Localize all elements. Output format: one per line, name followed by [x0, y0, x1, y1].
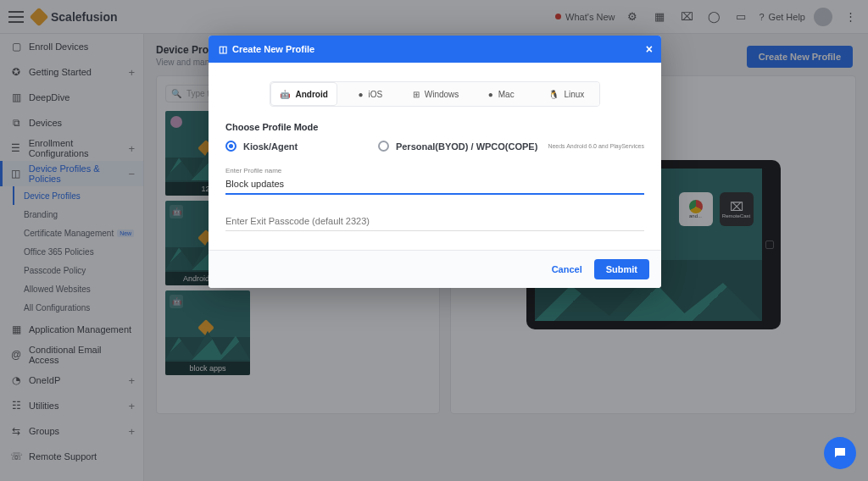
- windows-icon: ⊞: [413, 90, 420, 99]
- mode-option-kiosk[interactable]: Kiosk/Agent: [225, 141, 298, 152]
- mode-section-title: Choose Profile Mode: [225, 122, 644, 132]
- os-tab-label: Linux: [564, 90, 584, 99]
- linux-icon: 🐧: [548, 90, 559, 99]
- exit-passcode-input[interactable]: [225, 213, 644, 231]
- os-tab-linux[interactable]: 🐧Linux: [534, 82, 599, 106]
- os-tab-ios[interactable]: ●iOS: [337, 82, 403, 106]
- chat-bubble-icon: [832, 445, 848, 461]
- profile-name-input[interactable]: [225, 176, 644, 195]
- modal-close-button[interactable]: ×: [646, 42, 653, 56]
- cancel-button[interactable]: Cancel: [552, 264, 582, 274]
- submit-button[interactable]: Submit: [594, 259, 649, 279]
- profile-header-icon: ◫: [219, 44, 227, 55]
- mode-kiosk-label: Kiosk/Agent: [243, 141, 298, 152]
- mode-byod-note: Needs Android 6.0 and PlayServices: [548, 143, 644, 149]
- modal-body: 🤖Android●iOS⊞Windows●Mac🐧Linux Choose Pr…: [209, 63, 661, 250]
- mac-icon: ●: [488, 90, 493, 99]
- modal-title: Create New Profile: [232, 44, 314, 54]
- profile-mode-options: Kiosk/Agent Personal(BYOD) / WPCO(COPE) …: [225, 141, 644, 152]
- mode-byod-label: Personal(BYOD) / WPCO(COPE): [396, 141, 537, 152]
- radio-on-icon: [225, 141, 236, 152]
- os-tabs: 🤖Android●iOS⊞Windows●Mac🐧Linux: [270, 81, 600, 107]
- support-chat-button[interactable]: [824, 437, 856, 469]
- create-profile-modal: ◫ Create New Profile × 🤖Android●iOS⊞Wind…: [209, 36, 661, 288]
- os-tab-mac[interactable]: ●Mac: [469, 82, 534, 106]
- modal-header: ◫ Create New Profile ×: [209, 36, 661, 63]
- radio-off-icon: [378, 141, 389, 152]
- os-tab-android[interactable]: 🤖Android: [270, 82, 337, 106]
- mode-option-byod[interactable]: Personal(BYOD) / WPCO(COPE) Needs Androi…: [378, 141, 644, 152]
- os-tab-windows[interactable]: ⊞Windows: [403, 82, 468, 106]
- os-tab-label: iOS: [368, 90, 382, 99]
- modal-footer: Cancel Submit: [209, 250, 661, 288]
- os-tab-label: Android: [295, 90, 327, 99]
- profile-name-label: Enter Profile name: [225, 167, 644, 174]
- os-tab-label: Mac: [498, 90, 515, 99]
- os-tab-label: Windows: [425, 90, 459, 99]
- android-icon: 🤖: [280, 90, 290, 99]
- ios-icon: ●: [358, 90, 363, 99]
